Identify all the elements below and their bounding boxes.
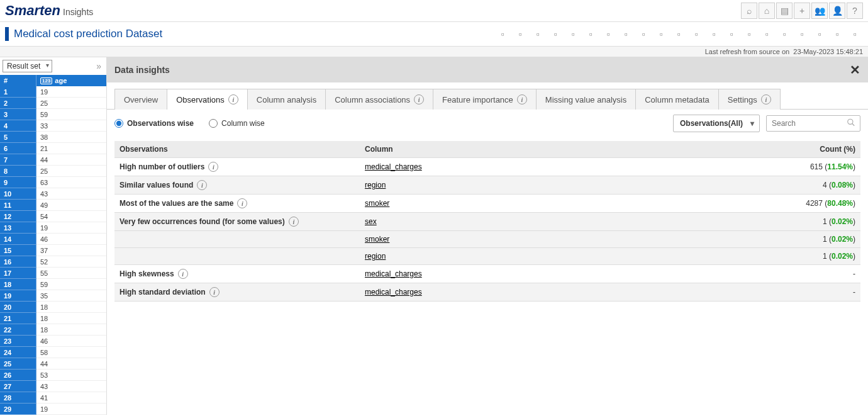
column-link[interactable]: region xyxy=(365,181,386,189)
table-row[interactable]: 2544 xyxy=(0,358,106,370)
tool-sheet-out-icon[interactable]: ▫ xyxy=(582,26,599,42)
search-icon[interactable]: ⌕ xyxy=(741,3,757,19)
column-link[interactable]: region xyxy=(365,252,386,261)
info-icon[interactable]: i xyxy=(289,217,299,227)
tool-sheet-icon[interactable]: ▫ xyxy=(741,26,757,42)
tab-column-metadata[interactable]: Column metadata xyxy=(635,89,719,110)
tab-overview[interactable]: Overview xyxy=(114,89,167,110)
info-icon[interactable]: i xyxy=(209,287,220,297)
tab-column-analysis[interactable]: Column analysis xyxy=(247,89,326,110)
table-row[interactable]: 2118 xyxy=(0,313,106,324)
tool-export-icon[interactable]: ▫ xyxy=(530,26,546,42)
info-icon[interactable]: i xyxy=(414,94,424,104)
table-row[interactable]: 2743 xyxy=(0,381,106,392)
home-icon[interactable]: ⌂ xyxy=(759,3,775,19)
user-icon[interactable]: 👤 xyxy=(829,3,845,19)
search-icon[interactable] xyxy=(847,118,855,129)
tool-send-icon[interactable]: ▫ xyxy=(829,26,845,42)
table-row[interactable]: 744 xyxy=(0,154,106,166)
tool-bars-icon[interactable]: ▫ xyxy=(794,26,810,42)
row-index: 25 xyxy=(0,358,36,370)
tool-chain-icon[interactable]: ▫ xyxy=(635,26,652,42)
info-icon[interactable]: i xyxy=(517,94,527,104)
table-row[interactable]: 1446 xyxy=(0,234,106,245)
column-link[interactable]: sex xyxy=(365,217,377,226)
row-index: 28 xyxy=(0,392,36,404)
tab-missing-value-analysis[interactable]: Missing value analysis xyxy=(536,89,636,110)
tool-db-icon[interactable]: ▫ xyxy=(565,26,581,42)
left-panel: Result set » # 123 age 11922535943353862… xyxy=(0,57,107,415)
row-age-value: 25 xyxy=(36,98,106,109)
info-icon[interactable]: i xyxy=(228,94,238,104)
column-link[interactable]: medical_charges xyxy=(365,162,422,171)
plus-icon[interactable]: + xyxy=(794,3,810,19)
table-row[interactable]: 1319 xyxy=(0,222,106,234)
table-row[interactable]: 2458 xyxy=(0,347,106,358)
users-icon[interactable]: 👥 xyxy=(811,3,828,19)
table-row[interactable]: 1043 xyxy=(0,188,106,200)
table-row[interactable]: 621 xyxy=(0,143,106,154)
table-row[interactable]: 359 xyxy=(0,109,106,120)
table-row[interactable]: 1149 xyxy=(0,200,106,211)
collapse-panel-icon[interactable]: » xyxy=(94,61,104,71)
tab-observations[interactable]: Observationsi xyxy=(167,89,248,110)
table-row[interactable]: 1935 xyxy=(0,290,106,302)
column-link[interactable]: smoker xyxy=(365,235,389,244)
table-row[interactable]: 2346 xyxy=(0,336,106,347)
tool-clip-icon[interactable]: ▫ xyxy=(759,26,775,42)
table-row[interactable]: 825 xyxy=(0,166,106,177)
tab-label: Settings xyxy=(728,95,757,104)
info-icon[interactable]: i xyxy=(761,94,771,104)
tool-grid-icon[interactable]: ▫ xyxy=(688,26,704,42)
grid-header-age[interactable]: 123 age xyxy=(36,75,106,86)
row-index: 20 xyxy=(0,302,36,313)
tool-save-icon[interactable]: ▫ xyxy=(494,26,511,42)
table-row[interactable]: 1755 xyxy=(0,268,106,279)
table-row[interactable]: 2653 xyxy=(0,370,106,381)
tool-link-icon[interactable]: ▫ xyxy=(618,26,634,42)
table-row[interactable]: 2919 xyxy=(0,404,106,415)
table-row[interactable]: 119 xyxy=(0,86,106,98)
info-icon[interactable]: i xyxy=(208,162,218,172)
tool-info-icon[interactable]: ▫ xyxy=(811,26,828,42)
tool-play-icon[interactable]: ▫ xyxy=(512,26,528,42)
table-row[interactable]: 2841 xyxy=(0,392,106,404)
close-icon[interactable]: ✕ xyxy=(850,62,860,77)
refresh-label: Last refresh from source on xyxy=(705,48,790,55)
tool-sheet-in-icon[interactable]: ▫ xyxy=(600,26,616,42)
table-row[interactable]: 1537 xyxy=(0,245,106,256)
tool-hier-icon[interactable]: ▫ xyxy=(670,26,687,42)
tab-column-associations[interactable]: Column associationsi xyxy=(325,89,433,110)
info-icon[interactable]: i xyxy=(178,269,188,279)
table-row[interactable]: 433 xyxy=(0,120,106,132)
table-row[interactable]: 2218 xyxy=(0,324,106,336)
radio-column-wise[interactable]: Column wise xyxy=(209,119,265,128)
tool-edit2-icon[interactable]: ▫ xyxy=(706,26,722,42)
table-row[interactable]: 1859 xyxy=(0,279,106,290)
table-row[interactable]: 2018 xyxy=(0,302,106,313)
help-icon[interactable]: ? xyxy=(847,3,863,19)
info-icon[interactable]: i xyxy=(237,198,247,208)
info-icon[interactable]: i xyxy=(197,180,207,190)
folder-icon[interactable]: ▤ xyxy=(776,3,793,19)
observation-label: High skewness xyxy=(120,269,174,278)
tab-settings[interactable]: Settingsi xyxy=(718,89,781,110)
tool-doc-icon[interactable]: ▫ xyxy=(776,26,793,42)
tab-feature-importance[interactable]: Feature importancei xyxy=(433,89,537,110)
table-row[interactable]: 538 xyxy=(0,132,106,143)
tool-image-icon[interactable]: ▫ xyxy=(547,26,564,42)
column-link[interactable]: smoker xyxy=(365,199,389,208)
tool-target-icon[interactable]: ▫ xyxy=(723,26,740,42)
result-set-selector[interactable]: Result set xyxy=(3,60,52,72)
table-row[interactable]: 1652 xyxy=(0,256,106,268)
tool-copy-icon[interactable]: ▫ xyxy=(653,26,669,42)
table-row[interactable]: 1254 xyxy=(0,211,106,222)
radio-observations-wise[interactable]: Observations wise xyxy=(114,119,194,128)
table-row[interactable]: 963 xyxy=(0,177,106,188)
column-link[interactable]: medical_charges xyxy=(365,269,422,278)
column-link[interactable]: medical_charges xyxy=(365,288,422,297)
table-row[interactable]: 225 xyxy=(0,98,106,109)
observations-filter-dropdown[interactable]: Observations(All) xyxy=(673,115,760,132)
tool-comment-icon[interactable]: ▫ xyxy=(847,26,863,42)
tab-label: Observations xyxy=(176,95,225,104)
